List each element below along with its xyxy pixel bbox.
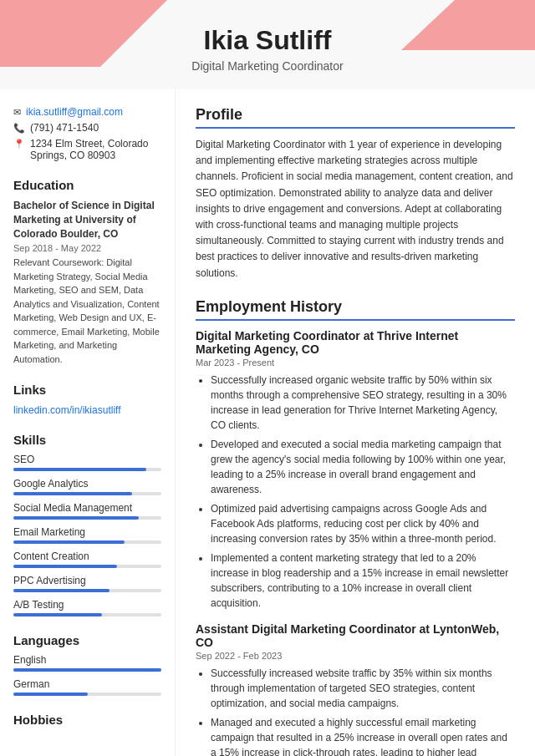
job-entry: Assistant Digital Marketing Coordinator … (196, 622, 515, 756)
job-entry: Digital Marketing Coordinator at Thrive … (196, 329, 515, 611)
job-bullet: Successfully increased website traffic b… (211, 666, 515, 711)
job-bullet: Optimized paid advertising campaigns acr… (211, 501, 515, 546)
skill-bar-bg (13, 492, 161, 495)
job-bullets-list: Successfully increased organic website t… (211, 373, 515, 611)
job-bullet: Managed and executed a highly successful… (211, 715, 515, 756)
skill-label: Content Creation (13, 551, 161, 562)
skill-item: SEO (13, 454, 161, 471)
coursework-text: Digital Marketing Strategy, Social Media… (13, 257, 160, 364)
job-bullet: Implemented a content marketing strategy… (211, 551, 515, 611)
candidate-name: Ikia Sutliff (17, 25, 518, 56)
sidebar: ✉ ikia.sutliff@gmail.com 📞 (791) 471-154… (0, 89, 176, 756)
skill-item: Social Media Management (13, 502, 161, 520)
edu-dates: Sep 2018 - May 2022 (13, 243, 161, 253)
skill-bar-bg (13, 540, 161, 544)
hobbies-title: Hobbies (13, 713, 161, 727)
lang-bar-fill (13, 693, 88, 696)
links-section: Links linkedin.com/in/ikiasutliff (13, 383, 161, 416)
language-item: English (13, 654, 161, 672)
profile-section-title: Profile (196, 106, 515, 129)
email-icon: ✉ (13, 107, 21, 118)
edu-coursework: Relevant Coursework: Digital Marketing S… (13, 256, 161, 366)
linkedin-link[interactable]: linkedin.com/in/ikiasutliff (13, 404, 121, 416)
skill-bar-bg (13, 468, 161, 471)
languages-title: Languages (13, 633, 161, 647)
email-item: ✉ ikia.sutliff@gmail.com (13, 106, 161, 118)
job-dates: Mar 2023 - Present (196, 358, 515, 368)
address-text: 1234 Elm Street, Colorado Springs, CO 80… (30, 138, 161, 161)
skill-item: Google Analytics (13, 478, 161, 495)
profile-section: Profile Digital Marketing Coordinator wi… (196, 106, 515, 282)
education-title: Education (13, 178, 161, 192)
email-link[interactable]: ikia.sutliff@gmail.com (26, 106, 123, 118)
language-item: German (13, 678, 161, 696)
skill-bar-fill (13, 516, 139, 520)
education-section: Education Bachelor of Science in Digital… (13, 178, 161, 366)
skill-item: Content Creation (13, 551, 161, 568)
location-icon: 📍 (13, 139, 25, 150)
employment-section-title: Employment History (196, 298, 515, 321)
skills-list: SEO Google Analytics Social Media Manage… (13, 454, 161, 616)
profile-text: Digital Marketing Coordinator with 1 yea… (196, 137, 515, 282)
contact-section: ✉ ikia.sutliff@gmail.com 📞 (791) 471-154… (13, 106, 161, 161)
job-bullet: Developed and executed a social media ma… (211, 437, 515, 497)
skill-bar-fill (13, 540, 125, 544)
skill-label: A/B Testing (13, 599, 161, 611)
skill-item: A/B Testing (13, 599, 161, 616)
lang-bar-bg (13, 668, 161, 672)
skill-label: Social Media Management (13, 502, 161, 514)
skill-bar-fill (13, 589, 110, 592)
job-title: Digital Marketing Coordinator at Thrive … (196, 329, 515, 356)
skills-title: Skills (13, 433, 161, 447)
skill-bar-fill (13, 565, 117, 568)
main-content: Profile Digital Marketing Coordinator wi… (176, 89, 535, 756)
candidate-title: Digital Marketing Coordinator (17, 59, 518, 73)
lang-label: English (13, 654, 161, 666)
skill-label: Email Marketing (13, 526, 161, 538)
links-title: Links (13, 383, 161, 397)
lang-bar-bg (13, 693, 161, 696)
jobs-list: Digital Marketing Coordinator at Thrive … (196, 329, 515, 756)
lang-bar-fill (13, 668, 161, 672)
skill-bar-fill (13, 492, 132, 495)
skill-bar-bg (13, 516, 161, 520)
hobbies-section: Hobbies (13, 713, 161, 727)
skill-bar-bg (13, 613, 161, 616)
languages-list: English German (13, 654, 161, 696)
skill-bar-bg (13, 589, 161, 592)
skill-item: PPC Advertising (13, 575, 161, 592)
skill-bar-bg (13, 565, 161, 568)
skill-label: Google Analytics (13, 478, 161, 490)
skill-bar-fill (13, 613, 102, 616)
skill-item: Email Marketing (13, 526, 161, 544)
skill-bar-fill (13, 468, 146, 471)
body-layout: ✉ ikia.sutliff@gmail.com 📞 (791) 471-154… (0, 89, 535, 756)
resume-header: Ikia Sutliff Digital Marketing Coordinat… (0, 0, 535, 89)
skills-section: Skills SEO Google Analytics Social Media… (13, 433, 161, 616)
skill-label: SEO (13, 454, 161, 465)
job-title: Assistant Digital Marketing Coordinator … (196, 622, 515, 649)
lang-label: German (13, 678, 161, 690)
skill-label: PPC Advertising (13, 575, 161, 586)
languages-section: Languages English German (13, 633, 161, 696)
employment-section: Employment History Digital Marketing Coo… (196, 298, 515, 756)
job-dates: Sep 2022 - Feb 2023 (196, 651, 515, 661)
phone-icon: 📞 (13, 123, 25, 134)
address-item: 📍 1234 Elm Street, Colorado Springs, CO … (13, 138, 161, 161)
coursework-label: Relevant Coursework: (13, 257, 104, 267)
job-bullets-list: Successfully increased website traffic b… (211, 666, 515, 756)
phone-item: 📞 (791) 471-1540 (13, 122, 161, 134)
phone-text: (791) 471-1540 (30, 122, 99, 134)
edu-degree: Bachelor of Science in Digital Marketing… (13, 199, 161, 241)
job-bullet: Successfully increased organic website t… (211, 373, 515, 433)
